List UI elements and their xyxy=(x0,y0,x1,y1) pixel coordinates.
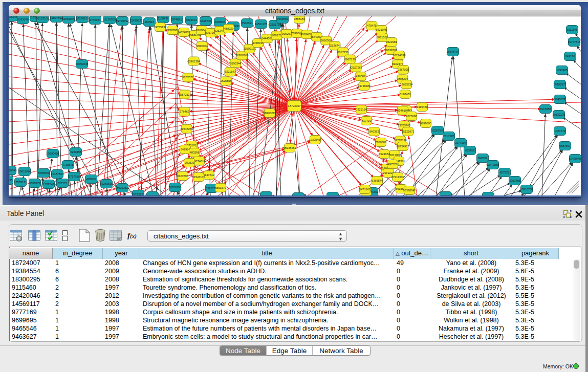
svg-text:3374207: 3374207 xyxy=(455,141,466,144)
svg-text:5471863: 5471863 xyxy=(359,188,371,191)
svg-text:2367028: 2367028 xyxy=(398,68,409,71)
svg-text:09705132: 09705132 xyxy=(154,26,167,29)
svg-text:33785765: 33785765 xyxy=(398,124,410,127)
svg-text:0967130: 0967130 xyxy=(344,58,356,61)
svg-text:488029: 488029 xyxy=(224,27,234,30)
svg-text:892631: 892631 xyxy=(478,157,488,160)
svg-text:0146730: 0146730 xyxy=(200,19,211,23)
svg-text:19625824: 19625824 xyxy=(400,83,413,86)
svg-text:2660560: 2660560 xyxy=(320,39,332,42)
svg-text:2458921: 2458921 xyxy=(214,20,226,24)
svg-text:857531: 857531 xyxy=(500,171,510,174)
svg-text:18724007: 18724007 xyxy=(288,104,301,107)
svg-text:95398045: 95398045 xyxy=(403,189,416,192)
svg-text:0590344: 0590344 xyxy=(230,62,241,65)
svg-text:15938454: 15938454 xyxy=(284,146,296,149)
svg-text:69777818: 69777818 xyxy=(568,40,581,43)
svg-text:50617808: 50617808 xyxy=(388,154,401,157)
svg-text:376462: 376462 xyxy=(180,110,189,113)
svg-text:35572117: 35572117 xyxy=(179,93,191,96)
svg-text:18300295: 18300295 xyxy=(264,112,276,115)
svg-text:6198481: 6198481 xyxy=(400,93,411,96)
svg-text:2625856: 2625856 xyxy=(221,79,232,82)
svg-text:60901384: 60901384 xyxy=(187,60,200,63)
svg-text:9522981: 9522981 xyxy=(386,40,397,43)
svg-text:3361485: 3361485 xyxy=(509,179,520,182)
svg-text:31690191: 31690191 xyxy=(243,47,256,50)
svg-text:049170: 049170 xyxy=(565,55,575,58)
svg-text:8215958: 8215958 xyxy=(540,107,551,111)
svg-text:3830004: 3830004 xyxy=(197,45,208,48)
svg-text:10490495: 10490495 xyxy=(569,157,581,160)
svg-text:7540091: 7540091 xyxy=(242,21,253,25)
svg-text:29548265: 29548265 xyxy=(180,127,193,130)
svg-text:36928168: 36928168 xyxy=(235,54,248,57)
svg-text:52778190: 52778190 xyxy=(394,139,407,142)
svg-text:07911302: 07911302 xyxy=(391,176,404,179)
svg-text:16648794: 16648794 xyxy=(447,50,460,53)
svg-text:2017185: 2017185 xyxy=(443,135,454,138)
svg-text:23718489: 23718489 xyxy=(358,84,371,87)
svg-text:05810758: 05810758 xyxy=(520,188,533,191)
svg-text:817719: 817719 xyxy=(362,119,372,122)
svg-text:906267: 906267 xyxy=(282,32,292,35)
svg-text:293839: 293839 xyxy=(185,161,194,164)
svg-text:0817239: 0817239 xyxy=(337,51,349,54)
svg-text:14521178: 14521178 xyxy=(255,23,267,26)
svg-text:2675690: 2675690 xyxy=(406,115,417,118)
svg-text:3924684: 3924684 xyxy=(379,152,390,156)
svg-text:496582: 496582 xyxy=(356,75,365,78)
svg-text:9699695: 9699695 xyxy=(420,122,431,125)
svg-text:51547172: 51547172 xyxy=(192,176,205,179)
svg-text:69748212: 69748212 xyxy=(171,18,184,21)
svg-text:840363: 840363 xyxy=(369,130,379,133)
svg-text:39532275: 39532275 xyxy=(553,113,565,116)
svg-text:1421774: 1421774 xyxy=(554,129,565,133)
svg-text:9115460: 9115460 xyxy=(417,105,427,108)
svg-text:4546184: 4546184 xyxy=(397,109,408,112)
svg-text:9111146: 9111146 xyxy=(567,28,578,31)
svg-text:6831550: 6831550 xyxy=(377,36,388,39)
svg-text:6321547: 6321547 xyxy=(225,70,236,73)
svg-text:689171: 689171 xyxy=(272,34,281,37)
svg-text:79137884: 79137884 xyxy=(482,195,495,195)
svg-text:39218051: 39218051 xyxy=(260,194,273,195)
svg-text:29382577: 29382577 xyxy=(554,83,567,86)
svg-text:06734917: 06734917 xyxy=(397,145,409,148)
svg-text:7899143: 7899143 xyxy=(186,18,197,21)
svg-text:1444588: 1444588 xyxy=(262,37,273,40)
svg-text:15121671: 15121671 xyxy=(402,130,415,133)
svg-text:1283577: 1283577 xyxy=(182,76,193,79)
svg-text:513674: 513674 xyxy=(330,44,340,47)
svg-text:1797405: 1797405 xyxy=(556,69,568,72)
svg-text:0322154: 0322154 xyxy=(356,108,367,111)
svg-text:90267304: 90267304 xyxy=(431,129,444,132)
svg-text:3123796: 3123796 xyxy=(177,174,188,178)
svg-text:288844: 288844 xyxy=(328,195,338,195)
svg-text:1108436: 1108436 xyxy=(158,17,168,20)
svg-text:5366844: 5366844 xyxy=(372,179,383,182)
svg-text:7909669: 7909669 xyxy=(277,17,288,20)
svg-text:478475: 478475 xyxy=(367,24,377,27)
svg-text:7308687: 7308687 xyxy=(375,141,386,144)
svg-text:5643633: 5643633 xyxy=(554,98,565,101)
svg-text:541924: 541924 xyxy=(181,148,190,151)
svg-text:82157267: 82157267 xyxy=(350,66,362,69)
svg-text:62773068: 62773068 xyxy=(487,163,499,166)
svg-text:483598: 483598 xyxy=(190,151,200,154)
svg-text:6687597: 6687597 xyxy=(559,144,571,147)
svg-text:5921045: 5921045 xyxy=(376,28,387,31)
svg-text:06224699: 06224699 xyxy=(393,54,406,57)
svg-text:9888184: 9888184 xyxy=(294,17,305,20)
svg-text:76856395: 76856395 xyxy=(169,186,182,189)
svg-text:44975761: 44975761 xyxy=(386,163,399,166)
svg-text:5551579: 5551579 xyxy=(215,186,226,189)
svg-text:527288: 527288 xyxy=(441,194,451,195)
svg-text:023458: 023458 xyxy=(465,149,475,152)
svg-text:19338454: 19338454 xyxy=(309,138,322,141)
